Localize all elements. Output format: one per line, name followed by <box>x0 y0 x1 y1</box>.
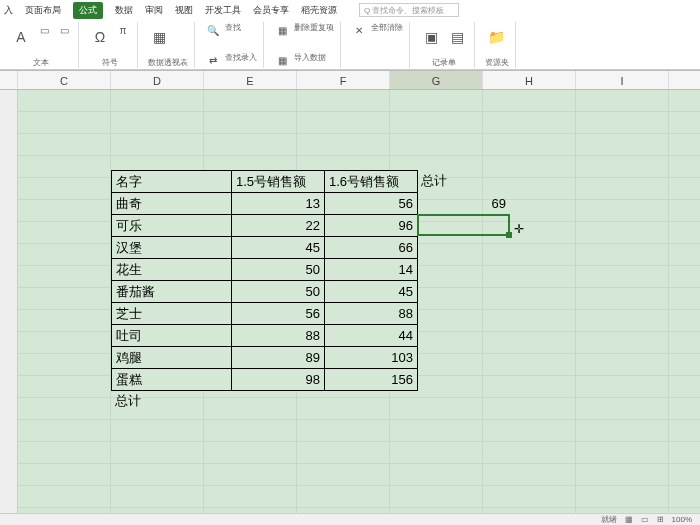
find-icon[interactable]: 🔍 <box>205 22 221 38</box>
total-header[interactable]: 总计 <box>417 170 510 192</box>
header-footer-icon[interactable]: ▭ <box>36 22 52 38</box>
column-headers: C D E F G H I <box>0 70 700 90</box>
tab-layout[interactable]: 页面布局 <box>25 4 61 17</box>
cell[interactable]: 45 <box>232 237 325 259</box>
replace-label: 查找录入 <box>225 52 257 68</box>
col-header-g[interactable]: G <box>390 71 483 89</box>
spreadsheet-grid[interactable]: 名字 1.5号销售额 1.6号销售额 曲奇1356 可乐2296 汉堡4566 … <box>0 90 700 513</box>
pivot-icon[interactable]: ▦ <box>148 22 170 52</box>
cell[interactable]: 103 <box>325 347 418 369</box>
cell[interactable]: 13 <box>232 193 325 215</box>
cell[interactable]: 50 <box>232 259 325 281</box>
table-row[interactable]: 花生 <box>112 259 232 281</box>
group-pivot-label: 数据透视表 <box>148 57 188 68</box>
cell[interactable]: 66 <box>325 237 418 259</box>
table-row[interactable]: 吐司 <box>112 325 232 347</box>
ribbon: 入 页面布局 公式 数据 审阅 视图 开发工具 会员专享 稻壳资源 Q 查找命令… <box>0 0 700 70</box>
text-icon[interactable]: A <box>10 22 32 52</box>
select-all-corner[interactable] <box>0 71 18 89</box>
cell[interactable]: 98 <box>232 369 325 391</box>
tab-formula[interactable]: 公式 <box>73 2 103 19</box>
table-row[interactable]: 蛋糕 <box>112 369 232 391</box>
active-cell-selection[interactable] <box>417 214 510 236</box>
del-dup-label: 删除重复项 <box>294 22 334 38</box>
tab-member[interactable]: 会员专享 <box>253 4 289 17</box>
tab-view[interactable]: 视图 <box>175 4 193 17</box>
symbol-icon[interactable]: Ω <box>89 22 111 52</box>
clear-icon[interactable]: ✕ <box>351 22 367 38</box>
total-value[interactable]: 69 <box>417 192 510 214</box>
equation-icon[interactable]: π <box>115 22 131 38</box>
cell[interactable]: 56 <box>232 303 325 325</box>
fill-handle[interactable] <box>506 232 512 238</box>
table-row[interactable]: 芝士 <box>112 303 232 325</box>
table-row[interactable]: 鸡腿 <box>112 347 232 369</box>
replace-icon[interactable]: ⇄ <box>205 52 221 68</box>
view-normal-icon[interactable]: ▦ <box>625 515 633 524</box>
row-headers[interactable] <box>0 90 18 513</box>
find-label: 查找 <box>225 22 241 38</box>
tab-resource[interactable]: 稻壳资源 <box>301 4 337 17</box>
cell[interactable]: 88 <box>232 325 325 347</box>
header-col1[interactable]: 1.5号销售额 <box>232 171 325 193</box>
cell[interactable]: 88 <box>325 303 418 325</box>
form-label: 记录单 <box>420 57 468 68</box>
tab-data[interactable]: 数据 <box>115 4 133 17</box>
col-header-f[interactable]: F <box>297 71 390 89</box>
col-header-i[interactable]: I <box>576 71 669 89</box>
header-col2[interactable]: 1.6号销售额 <box>325 171 418 193</box>
tab-insert[interactable]: 入 <box>4 4 13 17</box>
consol-label: 导入数据 <box>294 52 326 68</box>
consol-icon[interactable]: ▦ <box>274 52 290 68</box>
fill-cursor-icon: ✛ <box>514 222 524 236</box>
clear-label: 全部清除 <box>371 22 403 38</box>
data-table: 名字 1.5号销售额 1.6号销售额 曲奇1356 可乐2296 汉堡4566 … <box>111 170 418 391</box>
tab-review[interactable]: 审阅 <box>145 4 163 17</box>
col-header-h[interactable]: H <box>483 71 576 89</box>
record-icon[interactable]: ▤ <box>446 22 468 52</box>
cell[interactable]: 56 <box>325 193 418 215</box>
table-row[interactable]: 曲奇 <box>112 193 232 215</box>
status-ready: 就绪 <box>601 514 617 525</box>
wordart-icon[interactable]: ▭ <box>56 22 72 38</box>
search-input[interactable]: Q 查找命令、搜索模板 <box>359 3 459 17</box>
del-dup-icon[interactable]: ▦ <box>274 22 290 38</box>
view-page-icon[interactable]: ▭ <box>641 515 649 524</box>
cell[interactable]: 45 <box>325 281 418 303</box>
col-header-e[interactable]: E <box>204 71 297 89</box>
table-row[interactable]: 可乐 <box>112 215 232 237</box>
cell[interactable]: 14 <box>325 259 418 281</box>
table-row[interactable]: 番茄酱 <box>112 281 232 303</box>
tab-bar: 入 页面布局 公式 数据 审阅 视图 开发工具 会员专享 稻壳资源 Q 查找命令… <box>0 0 700 20</box>
header-name[interactable]: 名字 <box>112 171 232 193</box>
status-bar: 就绪 ▦ ▭ ⊞ 100% <box>0 513 700 525</box>
group-text-label: 文本 <box>10 57 72 68</box>
tab-dev[interactable]: 开发工具 <box>205 4 241 17</box>
view-break-icon[interactable]: ⊞ <box>657 515 664 524</box>
chart-icon[interactable]: ▣ <box>420 22 442 52</box>
cell[interactable]: 22 <box>232 215 325 237</box>
cell[interactable]: 44 <box>325 325 418 347</box>
zoom-level[interactable]: 100% <box>672 515 692 524</box>
ribbon-tools: A ▭ ▭ 文本 Ω π 符号 ▦ 数据透视表 🔍 查找 ⇄ <box>0 20 700 70</box>
cell[interactable]: 50 <box>232 281 325 303</box>
group-symbol-label: 符号 <box>89 57 131 68</box>
resource-icon[interactable]: 📁 <box>485 22 507 52</box>
col-header-d[interactable]: D <box>111 71 204 89</box>
cell[interactable]: 89 <box>232 347 325 369</box>
cell[interactable]: 156 <box>325 369 418 391</box>
footer-total-label[interactable]: 总计 <box>111 390 231 412</box>
table-row[interactable]: 汉堡 <box>112 237 232 259</box>
cell[interactable]: 96 <box>325 215 418 237</box>
resource-label: 资源夹 <box>485 57 509 68</box>
col-header-c[interactable]: C <box>18 71 111 89</box>
